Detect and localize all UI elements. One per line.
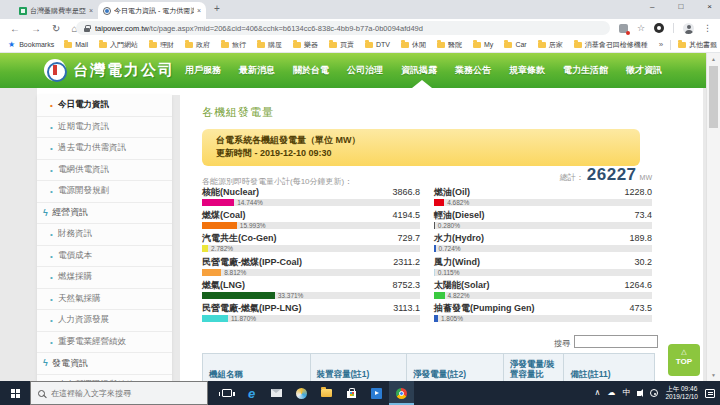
bookmark-label: 居家 xyxy=(549,40,563,50)
energy-value: 30.2 xyxy=(634,257,652,268)
bookmarks-overflow-icon[interactable]: » xyxy=(659,40,663,49)
url-domain: taipower.com.tw xyxy=(95,24,149,33)
close-window-button[interactable]: × xyxy=(707,2,712,11)
nav-item-recruitment[interactable]: 徵才資訊 xyxy=(617,64,671,77)
column-installed-capacity[interactable]: 裝置容量(註1) xyxy=(311,354,408,381)
sidebar-item-gas-procurement[interactable]: •天然氣採購 xyxy=(37,289,172,311)
extension-icon-dark[interactable] xyxy=(654,23,664,33)
network-icon[interactable] xyxy=(650,389,658,397)
bookmark-item[interactable]: 消基會召回檢修機種 xyxy=(574,40,648,50)
tab2-close-icon[interactable]: × xyxy=(197,7,201,14)
taskbar-search-input[interactable] xyxy=(51,389,201,398)
taskbar-search[interactable] xyxy=(30,381,208,405)
energy-bar-fill xyxy=(202,222,237,229)
file-explorer-button[interactable] xyxy=(314,381,339,405)
bookmark-item[interactable]: Mail xyxy=(64,41,88,48)
hidden-icons-chevron[interactable]: ∧ xyxy=(595,388,601,398)
bookmark-item[interactable]: DTV xyxy=(365,41,390,48)
bookmark-item[interactable]: 旅行 xyxy=(221,40,246,50)
bookmark-item[interactable]: 居家 xyxy=(538,40,563,50)
address-bar[interactable]: taipower.com.tw/tc/page.aspx?mid=206&cid… xyxy=(76,21,610,35)
volume-icon[interactable] xyxy=(637,391,641,396)
energy-bar-track: 1.805% xyxy=(434,315,652,322)
bookmark-item[interactable]: 醫院 xyxy=(437,40,462,50)
energy-column-left: 核能(Nuclear)3866.8 14.744% 燃煤(Coal)4194.5… xyxy=(202,187,420,326)
bookmark-item[interactable]: Car xyxy=(504,41,526,48)
sidebar-item-coal-procurement[interactable]: •燃煤採購 xyxy=(37,267,172,289)
column-capacity-ratio[interactable]: 淨發電量/裝置容量比 xyxy=(504,354,565,381)
other-bookmarks[interactable]: 其他書籤 xyxy=(678,40,717,50)
nav-item-customer-service[interactable]: 用戶服務 xyxy=(176,64,230,77)
nav-item-governance[interactable]: 公司治理 xyxy=(338,64,392,77)
action-center-icon[interactable] xyxy=(705,389,715,398)
mail-button[interactable] xyxy=(264,381,289,405)
bookmark-item[interactable]: 政府 xyxy=(185,40,210,50)
tab1-close-icon[interactable]: × xyxy=(89,7,93,14)
tab-active[interactable]: 今日電力資訊 - 電力供需資訊 - 台 × xyxy=(98,2,206,19)
app-button[interactable] xyxy=(289,381,314,405)
scroll-up-icon[interactable]: ▲ xyxy=(707,56,720,62)
reload-icon[interactable]: ↻ xyxy=(52,23,60,34)
nav-item-info-disclosure[interactable]: 資訊揭露 xyxy=(392,64,446,77)
sidebar-item-hr-development[interactable]: •人力資源發展 xyxy=(37,310,172,332)
nav-item-regulations[interactable]: 規章條款 xyxy=(500,64,554,77)
bookmark-item[interactable]: My xyxy=(473,41,493,48)
bookmark-label: Mail xyxy=(75,41,88,48)
sidebar-item-grid-supply-info[interactable]: •電網供電資訊 xyxy=(37,160,172,182)
store-button[interactable] xyxy=(339,381,364,405)
sidebar-item-past-supply-demand[interactable]: •過去電力供需資訊 xyxy=(37,138,172,160)
ime-indicator[interactable]: 中 xyxy=(622,388,630,398)
column-net-generation[interactable]: 淨發電量(註2) xyxy=(407,354,504,381)
tab-inactive[interactable]: 台灣躉購費率是亞洲第二..僅次於 × xyxy=(14,2,98,19)
start-button[interactable] xyxy=(0,381,30,405)
bookmark-item[interactable]: 樂器 xyxy=(293,40,318,50)
profile-avatar[interactable] xyxy=(683,23,694,34)
bookmark-star-icon[interactable]: ☆ xyxy=(637,23,645,33)
bookmark-item[interactable]: 買賣 xyxy=(329,40,354,50)
sidebar-section-generation-info[interactable]: ϟ發電資訊 xyxy=(37,353,172,375)
nav-item-power-life[interactable]: 電力生活館 xyxy=(554,64,617,77)
new-tab-button[interactable]: + xyxy=(214,3,220,14)
onedrive-cloud-icon[interactable]: ☁ xyxy=(607,388,615,398)
edge-button[interactable]: e xyxy=(239,381,264,405)
back-icon[interactable]: ← xyxy=(10,23,20,34)
sidebar-item-recent-power-info[interactable]: •近期電力資訊 xyxy=(37,117,172,139)
bookmark-item[interactable]: 購屋 xyxy=(257,40,282,50)
scroll-down-icon[interactable]: ▼ xyxy=(707,372,720,378)
table-search-input[interactable] xyxy=(574,335,658,348)
extension-icon-badged[interactable] xyxy=(619,24,628,33)
browser-menu-icon[interactable]: ⋮ xyxy=(703,23,712,33)
scrollbar-thumb[interactable] xyxy=(709,66,718,128)
site-logo[interactable]: 台灣電力公司 xyxy=(44,59,175,81)
forward-icon[interactable]: → xyxy=(31,23,41,34)
sidebar-item-key-performance[interactable]: •重要電業經營績效 xyxy=(37,332,172,354)
nav-item-latest-news[interactable]: 最新消息 xyxy=(230,64,284,77)
chrome-button-active[interactable] xyxy=(389,381,414,405)
bookmark-item[interactable]: 理財 xyxy=(149,40,174,50)
bookmark-item[interactable]: 休閒 xyxy=(401,40,426,50)
lightning-icon: ϟ xyxy=(43,358,48,368)
sidebar-item-today-power-info[interactable]: •今日電力資訊 xyxy=(37,95,172,117)
nav-item-about-taipower[interactable]: 關於台電 xyxy=(284,64,338,77)
column-remarks[interactable]: 備註(註11) xyxy=(564,354,654,381)
energy-item-wind: 風力(Wind)30.2 0.115% xyxy=(434,257,652,280)
back-to-top-button[interactable]: △ TOP xyxy=(668,344,700,376)
sidebar-item-power-development-plan[interactable]: •電源開發規劃 xyxy=(37,181,172,203)
minimize-button[interactable]: – xyxy=(650,2,654,11)
movies-tv-button[interactable] xyxy=(364,381,389,405)
sidebar-item-electricity-price-cost[interactable]: •電價成本 xyxy=(37,246,172,268)
page-scrollbar[interactable]: ▲ ▼ xyxy=(706,53,720,381)
store-icon xyxy=(347,391,356,398)
energy-value: 3866.8 xyxy=(392,187,420,198)
bookmark-item[interactable]: 入門網站 xyxy=(99,40,138,50)
sidebar-section-label: 經營資訊 xyxy=(52,206,88,219)
sidebar-section-management-info[interactable]: ϟ經營資訊 xyxy=(37,203,172,225)
task-view-button[interactable] xyxy=(214,381,239,405)
sidebar-item-financial-info[interactable]: •財務資訊 xyxy=(37,224,172,246)
info-box-update-time: 更新時間 - 2019-12-10 09:30 xyxy=(216,147,640,160)
taskbar-clock[interactable]: 上午 09:46 2019/12/10 xyxy=(665,385,698,402)
nav-item-announcements[interactable]: 業務公告 xyxy=(446,64,500,77)
column-unit-name[interactable]: 機組名稱 xyxy=(203,354,311,381)
sidebar-item-label: 今日電力資訊 xyxy=(58,99,109,111)
maximize-button[interactable]: □ xyxy=(678,2,683,11)
